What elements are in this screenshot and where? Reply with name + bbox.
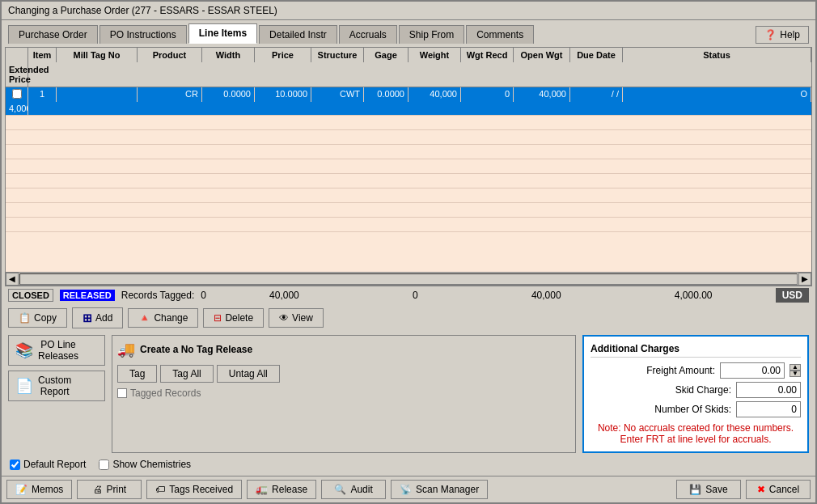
add-button[interactable]: ⊞ Add (72, 307, 123, 328)
custom-report-button[interactable]: 📄 Custom Report (8, 371, 105, 401)
tab-comments[interactable]: Comments (466, 25, 534, 44)
view-button[interactable]: 👁 View (269, 308, 324, 328)
tag-buttons-row: Tag Tag All Untag All (117, 365, 570, 383)
cell-structure: CWT (311, 87, 364, 102)
table-row-empty (6, 145, 811, 159)
table-row-empty (6, 130, 811, 145)
tab-detailed-instr[interactable]: Detailed Instr (259, 25, 337, 44)
data-table: Item Mill Tag No Product Width Price Str… (5, 47, 812, 286)
horizontal-scrollbar[interactable]: ◀ ▶ (6, 272, 811, 285)
print-button[interactable]: 🖨 Print (77, 480, 142, 499)
save-icon: 💾 (689, 484, 701, 495)
tab-po-instructions[interactable]: PO Instructions (99, 25, 187, 44)
col-weight: Weight (408, 48, 461, 62)
save-button[interactable]: 💾 Save (676, 480, 741, 499)
scan-manager-icon: 📡 (400, 484, 412, 495)
custom-report-icon: 📄 (15, 377, 33, 395)
cell-item: 1 (28, 87, 57, 102)
cell-width: 0.0000 (202, 87, 255, 102)
print-icon: 🖨 (93, 484, 103, 495)
help-button[interactable]: ❓ Help (756, 26, 809, 44)
scan-manager-button[interactable]: 📡 Scan Manager (391, 480, 488, 499)
release-button[interactable]: 🚛 Release (247, 480, 316, 499)
tagged-records-checkbox[interactable] (117, 388, 127, 398)
cell-checkbox (6, 87, 28, 102)
scroll-left-arrow[interactable]: ◀ (6, 273, 19, 286)
freight-spinner[interactable]: ▲ ▼ (789, 364, 801, 377)
tag-all-button[interactable]: Tag All (160, 365, 213, 383)
status-totals: 40,000 0 40,000 4,000.00 (213, 290, 769, 301)
table-header: Item Mill Tag No Product Width Price Str… (6, 48, 811, 87)
release-icon: 🚛 (256, 484, 268, 495)
cell-product: CR (138, 87, 202, 102)
cell-status: O (623, 87, 811, 102)
tag-button[interactable]: Tag (117, 365, 157, 383)
col-checkbox (6, 48, 28, 62)
table-body[interactable]: 1 CR 0.0000 10.0000 CWT 0.0000 40,000 0 … (6, 87, 811, 272)
records-tagged-value: 0 (201, 290, 206, 301)
title-bar: Changing a Purchase Order (277 - ESSARS … (2, 2, 815, 20)
tab-line-items[interactable]: Line Items (188, 23, 257, 44)
default-report-checkbox[interactable] (10, 460, 20, 470)
memos-icon: 📝 (15, 484, 28, 495)
total-open-wgt: 40,000 (531, 290, 561, 301)
table-row-empty (6, 159, 811, 174)
tab-accruals[interactable]: Accruals (339, 25, 397, 44)
cell-mill-tag (57, 87, 138, 102)
table-row[interactable]: 1 CR 0.0000 10.0000 CWT 0.0000 40,000 0 … (6, 87, 811, 116)
copy-button[interactable]: 📋 Copy (8, 308, 67, 328)
freight-amount-input[interactable] (720, 362, 785, 379)
delete-button[interactable]: ⊟ Delete (203, 308, 264, 328)
scroll-right-arrow[interactable]: ▶ (798, 273, 811, 286)
total-wgt-recd: 0 (413, 290, 418, 301)
cell-price: 10.0000 (255, 87, 311, 102)
show-chemistries-checkbox[interactable] (99, 460, 109, 470)
window-title: Changing a Purchase Order (277 - ESSARS … (8, 5, 277, 16)
tab-bar: Purchase Order PO Instructions Line Item… (2, 20, 815, 44)
bottom-section: 📚 PO Line Releases 📄 Custom Report 🚚 Cre… (5, 332, 812, 456)
skid-charge-label: Skid Charge: (642, 384, 731, 396)
tab-purchase-order[interactable]: Purchase Order (8, 25, 98, 44)
view-icon: 👁 (279, 312, 289, 324)
table-row-empty (6, 188, 811, 203)
accruals-note: Note: No accruals created for these numb… (591, 422, 801, 445)
status-bar: CLOSED RELEASED Records Tagged: 0 40,000… (5, 286, 812, 304)
show-chemistries-row: Show Chemistries (99, 459, 191, 470)
col-item: Item (28, 48, 57, 62)
col-due-date: Due Date (570, 48, 623, 62)
freight-spin-down[interactable]: ▼ (789, 371, 801, 377)
change-button[interactable]: 🔺 Change (128, 308, 198, 328)
po-line-releases-button[interactable]: 📚 PO Line Releases (8, 335, 105, 366)
num-skids-input[interactable] (736, 401, 801, 417)
col-price: Price (255, 48, 311, 62)
total-extended-price: 4,000.00 (675, 290, 713, 301)
default-report-row: Default Report (10, 459, 86, 470)
num-skids-row: Number Of Skids: (591, 401, 801, 417)
footer-bar: 📝 Memos 🖨 Print 🏷 Tags Received 🚛 Releas… (2, 476, 815, 502)
col-wgt-recd: Wgt Recd (461, 48, 514, 62)
col-open-wgt: Open Wgt (514, 48, 570, 62)
freight-amount-row: Freight Amount: ▲ ▼ (591, 362, 801, 379)
tags-received-button[interactable]: 🏷 Tags Received (146, 480, 242, 499)
cell-extended-price: 4,000.00 (6, 102, 28, 115)
tab-ship-from[interactable]: Ship From (399, 25, 464, 44)
num-skids-label: Number Of Skids: (642, 404, 731, 415)
tags-received-icon: 🏷 (155, 484, 165, 495)
cancel-button[interactable]: ✖ Cancel (746, 480, 811, 499)
show-chemistries-label: Show Chemistries (112, 459, 191, 470)
table-row-empty (6, 174, 811, 188)
main-content: Item Mill Tag No Product Width Price Str… (2, 44, 815, 476)
skid-charge-row: Skid Charge: (591, 382, 801, 398)
total-weight: 40,000 (269, 290, 299, 301)
untag-all-button[interactable]: Untag All (217, 365, 280, 383)
action-buttons-row: 📋 Copy ⊞ Add 🔺 Change ⊟ Delete 👁 View (5, 304, 812, 332)
memos-button[interactable]: 📝 Memos (6, 480, 72, 499)
col-extended-price: Extended Price (6, 62, 28, 87)
col-structure: Structure (311, 48, 364, 62)
col-gage: Gage (364, 48, 408, 62)
skid-charge-input[interactable] (736, 382, 801, 398)
audit-button[interactable]: 🔍 Audit (321, 480, 386, 499)
table-row-empty (6, 218, 811, 232)
col-mill-tag: Mill Tag No (57, 48, 138, 62)
po-releases-icon: 📚 (15, 341, 33, 359)
